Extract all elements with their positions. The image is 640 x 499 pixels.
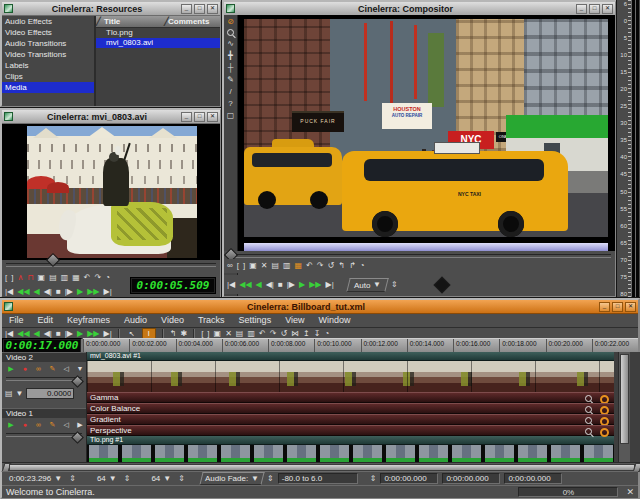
column-comments[interactable]: Comments bbox=[168, 16, 220, 27]
tool-info-icon[interactable]: ? bbox=[228, 99, 232, 108]
in-point-icon[interactable]: [ bbox=[5, 273, 7, 283]
out-point-icon[interactable]: ] bbox=[207, 329, 209, 339]
menu-file[interactable]: File bbox=[2, 314, 31, 327]
sample-zoom-spinner[interactable]: ⇕ bbox=[124, 474, 131, 484]
expand-effect-icon[interactable] bbox=[600, 428, 609, 437]
video1-fader[interactable] bbox=[6, 433, 82, 441]
selection-start-value[interactable]: 0:00:00.000 bbox=[380, 473, 438, 484]
to-clip-icon[interactable]: ▣ bbox=[38, 273, 46, 283]
magnify-icon[interactable] bbox=[585, 428, 592, 435]
timeline-vscrollbar[interactable] bbox=[618, 352, 630, 462]
prev-edit-icon[interactable]: ↰ bbox=[338, 261, 345, 271]
effect-bar-color-balance[interactable]: Color Balance bbox=[87, 403, 614, 414]
play-button[interactable]: ▶ bbox=[77, 287, 83, 297]
refresh-icon[interactable]: ↺ bbox=[328, 261, 335, 271]
sidebar-item-media[interactable]: Media bbox=[2, 82, 94, 93]
menu-settings[interactable]: Settings bbox=[232, 314, 279, 327]
chevron-down-icon[interactable]: ▼ bbox=[16, 389, 24, 399]
window-menu-icon[interactable] bbox=[4, 112, 13, 121]
compositor-titlebar[interactable]: Cinelerra: Compositor _ □ ✕ bbox=[224, 2, 615, 16]
track-gang-toggle[interactable]: ∞ bbox=[33, 420, 45, 429]
jump-to-end-button[interactable]: ▶| bbox=[103, 287, 111, 297]
maximize-button[interactable]: □ bbox=[612, 302, 623, 312]
timeline[interactable]: mvi_0803.avi #1 Gamma Color Balance Grad… bbox=[87, 352, 614, 462]
curve-range-value[interactable]: -80.0 to 6.0 bbox=[278, 473, 358, 484]
redo-icon[interactable]: ↷ bbox=[317, 261, 324, 271]
track-height-spinner[interactable]: ⇕ bbox=[178, 474, 185, 484]
compositor-canvas-scrollbar[interactable] bbox=[244, 243, 608, 251]
menu-video[interactable]: Video bbox=[154, 314, 191, 327]
fast-reverse-button[interactable]: ◀◀ bbox=[17, 329, 29, 339]
maximize-button[interactable]: □ bbox=[194, 4, 205, 14]
timeline-ruler[interactable]: 0:00:00.000 0:00:02.000 0:00:04.000 0:00… bbox=[83, 338, 638, 352]
auto-spinner[interactable]: ⇕ bbox=[391, 280, 398, 290]
sidebar-item-video-effects[interactable]: Video Effects bbox=[2, 27, 94, 38]
track-expand-toggle[interactable]: ▼ bbox=[74, 364, 86, 373]
composer-diamond-widget[interactable] bbox=[434, 277, 451, 294]
magnify-icon[interactable] bbox=[227, 29, 234, 36]
protect-video-icon[interactable]: ⊘ bbox=[227, 17, 234, 26]
play-button[interactable]: ▶ bbox=[299, 280, 305, 290]
in-point-icon[interactable]: [ bbox=[201, 329, 203, 339]
play-reverse-button[interactable]: ◀ bbox=[34, 329, 40, 339]
mask-tool-icon[interactable]: ∿ bbox=[227, 39, 234, 48]
copy-icon[interactable]: ▤ bbox=[236, 329, 244, 339]
fast-reverse-button[interactable]: ◀◀ bbox=[17, 287, 29, 297]
media-row-mvi[interactable]: mvi_0803.avi bbox=[96, 38, 220, 48]
window-menu-icon[interactable] bbox=[226, 4, 235, 13]
menu-view[interactable]: View bbox=[278, 314, 311, 327]
track-play-toggle[interactable]: ▶ bbox=[5, 364, 17, 373]
effect-bar-perspective[interactable]: Perspective bbox=[87, 425, 614, 436]
clock-icon[interactable]: ◔ bbox=[360, 261, 365, 271]
menu-window[interactable]: Window bbox=[312, 314, 358, 327]
play-reverse-button[interactable]: ◀ bbox=[256, 280, 262, 290]
copy-icon[interactable]: ▤ bbox=[49, 273, 57, 283]
minimize-button[interactable]: _ bbox=[599, 302, 610, 312]
frame-back-button[interactable]: ◀| bbox=[44, 329, 52, 339]
video2-fader[interactable] bbox=[6, 377, 82, 385]
fast-forward-button[interactable]: ▶▶ bbox=[309, 280, 321, 290]
track-height-dropdown[interactable]: 64 ▼ bbox=[148, 473, 174, 484]
duration-zoom-dropdown[interactable]: 0:00:23.296 ▼ bbox=[6, 473, 65, 484]
frame-forward-button[interactable]: |▶ bbox=[65, 287, 73, 297]
refresh-icon[interactable]: ↺ bbox=[280, 329, 287, 339]
cancel-operation-icon[interactable]: ✕ bbox=[626, 487, 634, 497]
column-title[interactable]: Title bbox=[100, 16, 164, 27]
compositor-slider[interactable] bbox=[224, 251, 615, 259]
redo-icon[interactable]: ↷ bbox=[95, 273, 102, 283]
media-row-tlo[interactable]: Tlo.png bbox=[96, 28, 220, 38]
duration-zoom-spinner[interactable]: ⇕ bbox=[69, 474, 76, 484]
rewind-to-start-button[interactable]: |◀ bbox=[5, 329, 13, 339]
sidebar-item-labels[interactable]: Labels bbox=[2, 60, 94, 71]
magnify-icon[interactable] bbox=[585, 417, 592, 424]
viewer-canvas[interactable] bbox=[2, 124, 220, 260]
crop-tool-icon[interactable]: ✎ bbox=[227, 75, 234, 84]
out-point-icon[interactable]: ] bbox=[11, 273, 13, 283]
clip-title-video1[interactable]: Tlo.png #1 bbox=[87, 436, 614, 445]
close-button[interactable]: ✕ bbox=[207, 112, 218, 122]
undo-icon[interactable]: ↶ bbox=[306, 261, 313, 271]
magnify-icon[interactable] bbox=[585, 406, 592, 413]
menu-audio[interactable]: Audio bbox=[117, 314, 154, 327]
frame-back-button[interactable]: ◀| bbox=[266, 280, 274, 290]
cut-icon[interactable]: ✕ bbox=[225, 329, 232, 339]
keyframe-icon[interactable]: ✱ bbox=[180, 329, 187, 339]
eyedropper-icon[interactable]: / bbox=[229, 87, 231, 96]
sample-zoom-dropdown[interactable]: 64 ▼ bbox=[94, 473, 120, 484]
compositor-canvas[interactable]: PUCK FAIR HOUSTON AUTO REPAIR NYC ONE WA… bbox=[238, 15, 615, 251]
track-gang-toggle[interactable]: ∞ bbox=[33, 364, 45, 373]
camera-tool-icon[interactable]: ╋ bbox=[228, 51, 233, 60]
auto-dropdown[interactable]: Auto ▼ bbox=[346, 278, 389, 292]
effect-bar-gradient[interactable]: Gradient bbox=[87, 414, 614, 425]
paste-icon[interactable]: ▥ bbox=[247, 329, 255, 339]
clock-icon[interactable]: ◔ bbox=[105, 273, 110, 283]
stop-button[interactable]: ■ bbox=[56, 329, 61, 339]
menu-keyframes[interactable]: Keyframes bbox=[60, 314, 117, 327]
redo-icon[interactable]: ↷ bbox=[270, 329, 277, 339]
copy-icon[interactable]: ▤ bbox=[271, 261, 279, 271]
play-reverse-button[interactable]: ◀ bbox=[34, 287, 40, 297]
menu-edit[interactable]: Edit bbox=[31, 314, 61, 327]
effect-bar-gamma[interactable]: Gamma bbox=[87, 392, 614, 403]
clipboard-icon[interactable]: ▦ bbox=[295, 261, 303, 271]
track-mute-toggle[interactable]: ◁ bbox=[60, 364, 72, 373]
